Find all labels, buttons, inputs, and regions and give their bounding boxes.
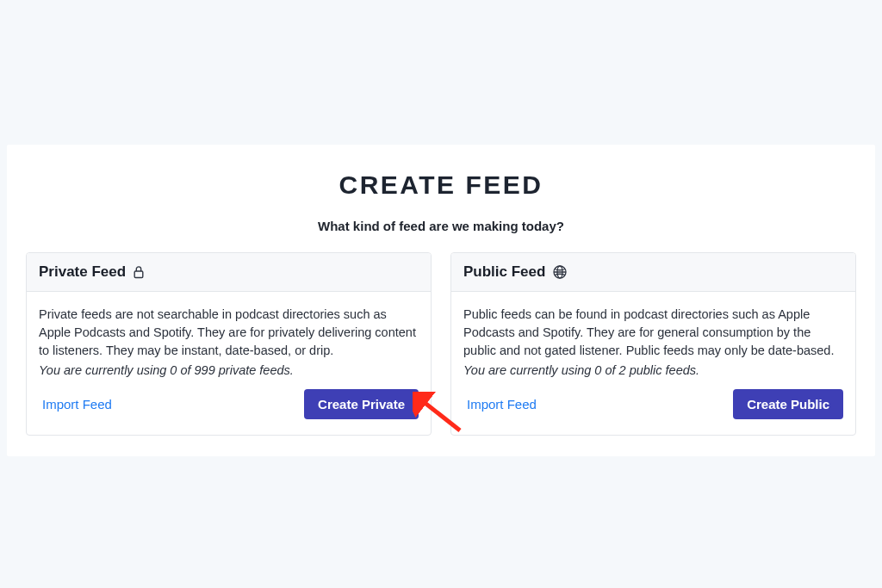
page-background: CREATE FEED What kind of feed are we mak… (0, 0, 882, 588)
page-subtitle: What kind of feed are we making today? (26, 219, 856, 233)
public-feed-usage: You are currently using 0 of 2 public fe… (463, 363, 843, 377)
import-public-feed-link[interactable]: Import Feed (463, 392, 540, 417)
import-private-feed-link[interactable]: Import Feed (39, 392, 115, 417)
globe-icon (552, 264, 568, 280)
public-feed-title: Public Feed (463, 263, 545, 281)
create-private-button[interactable]: Create Private (304, 389, 419, 419)
create-public-button[interactable]: Create Public (733, 389, 843, 419)
private-feed-title: Private Feed (39, 263, 126, 281)
private-feed-usage: You are currently using 0 of 999 private… (39, 363, 419, 377)
public-feed-actions: Import Feed Create Public (463, 389, 843, 419)
public-feed-card: Public Feed Public feeds can be found in… (450, 252, 856, 436)
public-feed-description: Public feeds can be found in podcast dir… (463, 306, 843, 360)
page-title: CREATE FEED (26, 170, 856, 200)
svg-rect-0 (134, 271, 143, 278)
private-feed-card-body: Private feeds are not searchable in podc… (27, 292, 431, 435)
public-feed-card-body: Public feeds can be found in podcast dir… (451, 292, 855, 435)
feed-cards-row: Private Feed Private feeds are not searc… (26, 252, 856, 436)
public-feed-card-header: Public Feed (451, 253, 855, 292)
private-feed-card: Private Feed Private feeds are not searc… (26, 252, 432, 436)
private-feed-card-header: Private Feed (27, 253, 431, 292)
create-feed-panel: CREATE FEED What kind of feed are we mak… (7, 145, 875, 456)
lock-icon (133, 265, 145, 279)
private-feed-actions: Import Feed Create Private (39, 389, 419, 419)
private-feed-description: Private feeds are not searchable in podc… (39, 306, 419, 360)
